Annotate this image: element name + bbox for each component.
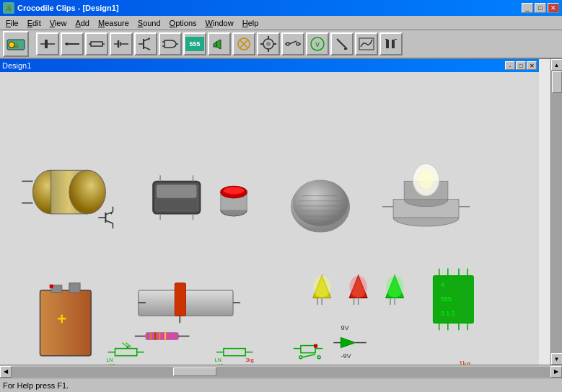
- inner-maximize[interactable]: □: [516, 61, 526, 70]
- status-text: For Help press F1.: [3, 381, 69, 390]
- toolbar-speaker[interactable]: [208, 32, 231, 55]
- toolbar-transistor[interactable]: [134, 32, 157, 55]
- push-button[interactable]: [221, 186, 247, 215]
- maximize-button[interactable]: □: [535, 3, 546, 13]
- led-red[interactable]: [350, 276, 367, 305]
- svg-line-57: [105, 220, 113, 223]
- toolbar-timer[interactable]: 555: [183, 32, 206, 55]
- 7seg-display[interactable]: 4 555 3 1 5: [434, 269, 474, 331]
- dc-supply-pos[interactable]: 9V: [333, 324, 366, 347]
- svg-text:=10: =10: [215, 363, 224, 365]
- weight-label-2: 1kg: [459, 360, 470, 365]
- menu-edit[interactable]: Edit: [23, 17, 45, 29]
- svg-text:🐊: 🐊: [12, 42, 19, 49]
- toolbar-app-icon[interactable]: 🐊: [3, 31, 29, 57]
- toolbar-resistor[interactable]: [85, 32, 108, 55]
- vertical-scrollbar[interactable]: ▲ ▼: [550, 59, 562, 365]
- menu-sound[interactable]: Sound: [133, 17, 165, 29]
- canvas-area[interactable]: Design1 - □ ✕: [0, 59, 550, 365]
- svg-rect-90: [69, 283, 80, 293]
- svg-rect-10: [91, 42, 102, 46]
- rocker-switch[interactable]: [153, 175, 201, 220]
- menu-window[interactable]: Window: [201, 17, 238, 29]
- svg-marker-25: [216, 40, 221, 49]
- close-button[interactable]: ✕: [548, 3, 559, 13]
- menu-view[interactable]: View: [45, 17, 71, 29]
- toolbar-cell[interactable]: [110, 32, 133, 55]
- toolbar-wire[interactable]: [61, 32, 84, 55]
- svg-text:555: 555: [441, 295, 452, 303]
- minimize-button[interactable]: _: [522, 3, 533, 13]
- svg-point-72: [224, 187, 244, 195]
- toolbar-switch[interactable]: [281, 32, 304, 55]
- canvas-svg[interactable]: +: [0, 72, 539, 365]
- svg-rect-149: [301, 346, 315, 353]
- svg-line-19: [144, 47, 150, 50]
- buzzer[interactable]: [291, 179, 350, 232]
- toolbar-probe[interactable]: [330, 32, 354, 55]
- inner-close[interactable]: ✕: [527, 61, 537, 70]
- battery-9v[interactable]: +: [40, 283, 92, 356]
- toolbar-gate[interactable]: [159, 32, 182, 55]
- svg-rect-46: [392, 40, 395, 48]
- toolbar-lamp[interactable]: [232, 32, 255, 55]
- inner-window-controls[interactable]: - □ ✕: [505, 61, 537, 70]
- dc-supply-neg[interactable]: -9V: [333, 352, 366, 365]
- svg-point-30: [266, 42, 271, 46]
- menu-help[interactable]: Help: [238, 17, 263, 29]
- svg-point-85: [418, 171, 433, 188]
- svg-point-8: [66, 43, 69, 45]
- svg-line-153: [302, 355, 315, 357]
- svg-point-51: [69, 170, 105, 214]
- svg-text:1kg: 1kg: [245, 357, 253, 363]
- menu-measure[interactable]: Measure: [94, 17, 133, 29]
- title-controls[interactable]: _ □ ✕: [522, 3, 559, 13]
- svg-rect-64: [157, 200, 197, 210]
- toolbar-voltmeter[interactable]: V: [306, 32, 329, 55]
- menu-add[interactable]: Add: [71, 17, 94, 29]
- scroll-left-button[interactable]: ◀: [0, 366, 12, 378]
- scroll-track-v[interactable]: [551, 71, 562, 353]
- menu-options[interactable]: Options: [165, 17, 201, 29]
- svg-rect-92: [50, 285, 53, 288]
- inner-window-title: Design1: [2, 61, 31, 70]
- svg-line-39: [289, 41, 297, 44]
- resistor-physical[interactable]: [135, 332, 190, 339]
- potentiometer[interactable]: [139, 283, 240, 324]
- bottom-scrollbar-bar: ◀ ▶: [0, 365, 562, 378]
- svg-rect-47: [385, 39, 387, 40]
- menu-bar: File Edit View Add Measure Sound Options…: [0, 16, 562, 30]
- scroll-up-button[interactable]: ▲: [551, 59, 563, 71]
- svg-rect-48: [395, 39, 397, 40]
- thermistor-symbol[interactable]: LN =10 R D 1kg: [215, 349, 254, 365]
- svg-text:LN: LN: [106, 357, 113, 362]
- inner-minimize[interactable]: -: [505, 61, 515, 70]
- svg-point-152: [317, 356, 320, 359]
- led-green[interactable]: [386, 276, 403, 305]
- menu-file[interactable]: File: [1, 17, 23, 29]
- svg-rect-133: [115, 349, 136, 356]
- svg-rect-154: [314, 344, 317, 348]
- toolbar: 🐊: [0, 30, 562, 59]
- scroll-thumb-h[interactable]: [173, 368, 216, 376]
- transistor-symbol[interactable]: [98, 207, 113, 228]
- toolbar-motor[interactable]: [257, 32, 280, 55]
- scroll-down-button[interactable]: ▼: [551, 353, 563, 365]
- toolbar-pause[interactable]: [379, 32, 403, 55]
- svg-point-74: [293, 179, 348, 226]
- led-yellow[interactable]: [313, 276, 330, 305]
- svg-text:4: 4: [441, 281, 444, 288]
- svg-point-112: [386, 276, 403, 298]
- lamp-socket[interactable]: [382, 164, 470, 226]
- scroll-track-h[interactable]: [12, 367, 550, 377]
- svg-text:3 1 5: 3 1 5: [441, 310, 455, 317]
- relay-symbol[interactable]: [294, 344, 322, 359]
- scroll-right-button[interactable]: ▶: [550, 366, 562, 378]
- horizontal-scrollbar[interactable]: ◀ ▶: [0, 366, 562, 378]
- motor-component[interactable]: [22, 170, 105, 214]
- svg-text:LN: LN: [215, 357, 221, 362]
- toolbar-graph[interactable]: [355, 32, 378, 55]
- scroll-thumb-v[interactable]: [552, 71, 562, 93]
- toolbar-capacitor[interactable]: [36, 32, 59, 55]
- ldr-symbol[interactable]: LN =10 R D: [106, 343, 144, 365]
